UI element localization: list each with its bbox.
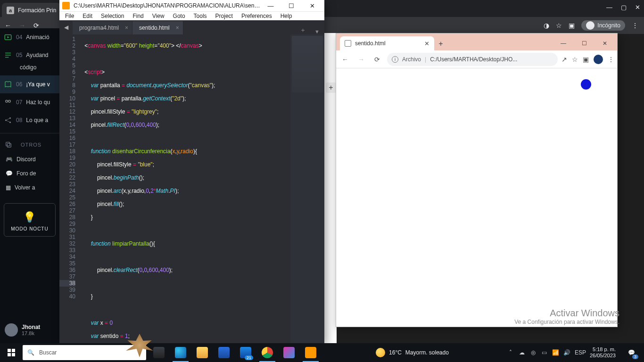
chrome2-close-button[interactable]: ✕ (594, 36, 615, 50)
chrome2-reload-icon[interactable]: ⟳ (371, 56, 383, 63)
bg-close-icon[interactable]: ✕ (635, 4, 640, 11)
bg-min-icon[interactable]: — (606, 4, 612, 11)
notification-center-button[interactable]: 💬 3 (623, 343, 640, 362)
sublime-window: C:\Users\MARTHA\Desktop\JHONATAN\PROGRAM… (59, 0, 324, 343)
side-panel-icon[interactable]: ▣ (583, 56, 589, 63)
menu-edit[interactable]: Edit (79, 12, 96, 20)
link-volver[interactable]: ▦Volver a (0, 181, 59, 195)
sublime-titlebar[interactable]: C:\Users\MARTHA\Desktop\JHONATAN\PROGRAM… (59, 0, 324, 11)
svg-point-5 (9, 122, 11, 123)
item-num: 04 (16, 34, 22, 41)
sidebar-item-07[interactable]: 07Haz lo qu (0, 93, 59, 111)
menu-goto[interactable]: Goto (169, 12, 189, 20)
discord-icon: 🎮 (6, 156, 13, 163)
tab-new-icon[interactable]: ＋ (296, 26, 310, 34)
link-foro[interactable]: 💬Foro de (0, 166, 59, 181)
user-badge[interactable]: Jhonat17.8k (0, 319, 45, 341)
app-vscode[interactable] (278, 343, 300, 362)
app-taskview[interactable] (148, 343, 170, 362)
profile-avatar-icon[interactable] (594, 55, 603, 64)
tab-sentido[interactable]: sentido.html× (132, 21, 183, 34)
star-icon[interactable]: ☆ (572, 56, 578, 63)
tab-programa4[interactable]: programa4.html× (73, 21, 132, 34)
chrome2-forward-icon[interactable]: → (355, 56, 367, 63)
app-sublime[interactable] (300, 343, 322, 362)
app-mail[interactable]: 21 (235, 343, 256, 362)
item-num: 06 (16, 81, 22, 88)
share-icon[interactable]: ↗ (561, 56, 567, 63)
tray-chevron-up-icon[interactable]: ˄ (507, 349, 514, 356)
edge-icon (175, 347, 186, 358)
sublime-tabbar: ◀ programa4.html× sentido.html× ＋ ▼ (59, 20, 324, 34)
tab-prev-icon[interactable]: ◀ (59, 20, 73, 34)
bg-chrome-tab[interactable]: a Formación Prin (2, 3, 61, 18)
taskbar-weather[interactable]: 16°C Mayorm. soleado (370, 348, 454, 357)
chrome2-minimize-button[interactable]: — (553, 36, 574, 50)
app-explorer[interactable] (191, 343, 213, 362)
editor-area[interactable]: 1234567891011121314151617181920212223242… (59, 34, 324, 362)
menu-preferences[interactable]: Preferences (238, 12, 276, 20)
app-edge[interactable] (170, 343, 191, 362)
user-points: 17.8k (22, 330, 40, 336)
sidebar-item-label: Haz lo qu (26, 99, 50, 106)
sidebar-item-08[interactable]: 08Lo que a (0, 111, 59, 129)
bg-panel-icon[interactable]: ▣ (569, 22, 575, 29)
start-button[interactable] (0, 343, 23, 362)
tab-close-icon[interactable]: × (125, 25, 128, 31)
addr-path: C:/Users/MARTHA/Desktop/JHO... (430, 56, 517, 63)
chrome2-back-icon[interactable]: ← (339, 56, 351, 63)
bg-kebab-icon[interactable]: ⋮ (632, 22, 638, 29)
menu-find[interactable]: Find (129, 12, 147, 20)
tray-lang[interactable]: ESP (575, 349, 582, 356)
sidebar-item-05[interactable]: 05Ayudand (0, 46, 59, 64)
vertical-new-tab-button[interactable]: + (326, 82, 336, 93)
tray-battery-icon[interactable]: ▭ (541, 349, 548, 356)
incognito-badge[interactable]: Incógnito (581, 20, 625, 31)
menu-selection[interactable]: Selection (97, 12, 128, 20)
taskbar-search[interactable]: 🔍 Buscar (23, 345, 146, 360)
windows-activation-watermark: Activar Windows Ve a Configuración para … (514, 308, 619, 325)
close-button[interactable]: ✕ (303, 0, 322, 11)
chrome2-new-tab-button[interactable]: + (434, 37, 447, 50)
section-label: OTROS (16, 139, 46, 150)
menu-tools[interactable]: Tools (190, 12, 211, 20)
link-discord[interactable]: 🎮Discord (0, 152, 59, 166)
chrome2-tab-close-icon[interactable]: ✕ (424, 40, 429, 47)
taskbar-clock[interactable]: 5:18 p. m. 26/05/2023 (586, 346, 619, 359)
menu-file[interactable]: File (61, 12, 78, 20)
bg-eye-off-icon[interactable]: ◑ (544, 22, 549, 29)
app-chrome[interactable] (256, 343, 278, 362)
app-store[interactable] (213, 343, 235, 362)
sublime-logo-icon (62, 2, 70, 9)
chrome2-kebab-icon[interactable]: ⋮ (608, 56, 614, 63)
maximize-button[interactable]: ☐ (282, 0, 301, 11)
menu-project[interactable]: Project (212, 12, 237, 20)
minimap[interactable] (290, 34, 324, 362)
bg-star-icon[interactable]: ☆ (556, 22, 562, 29)
tray-meet-icon[interactable]: ◎ (529, 349, 537, 356)
minimap-viewport[interactable] (292, 36, 323, 92)
info-icon[interactable]: i (392, 56, 398, 63)
minimize-button[interactable]: — (261, 0, 280, 11)
menu-help[interactable]: Help (277, 12, 296, 20)
tray-volume-icon[interactable]: 🔊 (563, 349, 571, 356)
tab-close-icon[interactable]: × (176, 25, 179, 31)
bg-max-icon[interactable]: ▢ (621, 4, 627, 11)
tab-menu-icon[interactable]: ▼ (310, 29, 324, 34)
sidebar-item-05b[interactable]: código (0, 64, 59, 75)
menu-view[interactable]: View (149, 12, 168, 20)
sidebar-item-04[interactable]: 04Animació (0, 28, 59, 46)
bg-chrome-tab-title: Formación Prin (18, 7, 56, 14)
tab-label: programa4.html (79, 25, 119, 31)
svg-point-1 (6, 100, 8, 103)
dark-mode-button[interactable]: 💡MODO NOCTU (4, 203, 56, 237)
link-label: Foro de (17, 170, 36, 177)
tray-wifi-icon[interactable]: 📶 (552, 349, 560, 356)
code-content[interactable]: <canvas width="600" height="400"> </canv… (78, 34, 290, 362)
chrome2-address-bar[interactable]: i Archivo | C:/Users/MARTHA/Desktop/JHO.… (387, 53, 558, 66)
chrome2-maximize-button[interactable]: ☐ (574, 36, 594, 50)
chrome2-tab[interactable]: sentido.html ✕ (340, 36, 434, 50)
tab-label: sentido.html (139, 25, 170, 31)
sidebar-item-06[interactable]: 06¡Ya que v (0, 75, 59, 93)
tray-onedrive-icon[interactable]: ☁ (518, 349, 526, 356)
